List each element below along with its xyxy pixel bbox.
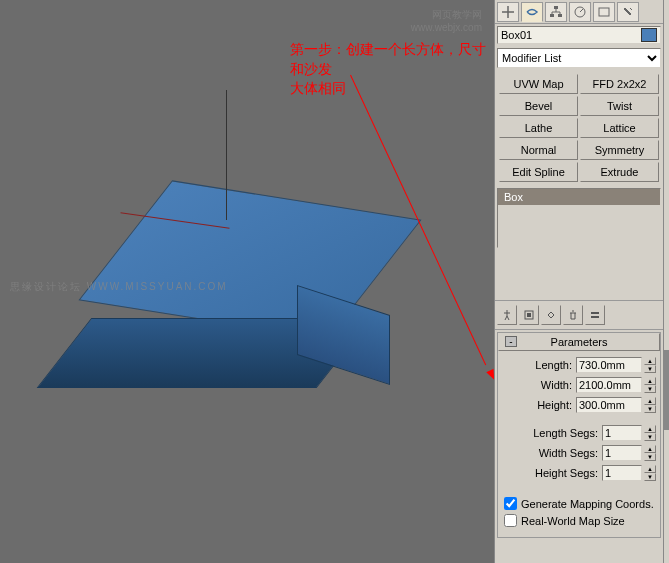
stack-toolbar — [495, 300, 663, 330]
configure-modifier-icon[interactable] — [585, 305, 605, 325]
spinner-up-icon[interactable]: ▲ — [644, 397, 656, 405]
create-tab-icon[interactable] — [497, 2, 519, 22]
spinner-up-icon[interactable]: ▲ — [644, 377, 656, 385]
svg-rect-7 — [591, 312, 599, 314]
svg-rect-6 — [527, 313, 531, 317]
width-segs-spinner[interactable]: ▲ ▼ — [644, 445, 656, 461]
width-segs-label: Width Segs: — [539, 447, 598, 459]
height-label: Height: — [537, 399, 572, 411]
gen-mapping-row: Generate Mapping Coords. — [504, 497, 654, 510]
svg-rect-0 — [554, 6, 558, 9]
length-spinner[interactable]: ▲ ▼ — [644, 357, 656, 373]
modifier-list-dropdown[interactable]: Modifier List — [497, 48, 661, 68]
spinner-down-icon[interactable]: ▼ — [644, 385, 656, 393]
annotation-arrow-head — [486, 369, 494, 381]
parameters-rollout: - Parameters Length: ▲ ▼ Width: ▲ — [497, 332, 661, 538]
viewport-3d[interactable]: 思缘设计论坛 WWW.MISSYUAN.COM 网页教学网 www.webjx.… — [0, 0, 494, 563]
parameters-rollout-body: Length: ▲ ▼ Width: ▲ ▼ Heigh — [498, 351, 660, 537]
length-row: Length: ▲ ▼ — [502, 357, 656, 373]
spinner-down-icon[interactable]: ▼ — [644, 453, 656, 461]
svg-rect-8 — [591, 316, 599, 318]
svg-rect-1 — [550, 14, 554, 17]
pin-stack-icon[interactable] — [497, 305, 517, 325]
watermark-left: 思缘设计论坛 WWW.MISSYUAN.COM — [10, 280, 228, 294]
bevel-button[interactable]: Bevel — [499, 96, 578, 116]
show-end-result-icon[interactable] — [519, 305, 539, 325]
scrollbar-thumb[interactable] — [664, 350, 669, 430]
spinner-up-icon[interactable]: ▲ — [644, 465, 656, 473]
width-segs-row: Width Segs: ▲ ▼ — [502, 445, 656, 461]
object-name-input[interactable] — [497, 26, 661, 44]
modifier-list-wrap: Modifier List — [497, 48, 661, 68]
spinner-up-icon[interactable]: ▲ — [644, 425, 656, 433]
edit-spline-button[interactable]: Edit Spline — [499, 162, 578, 182]
gen-mapping-label: Generate Mapping Coords. — [521, 498, 654, 510]
ffd-button[interactable]: FFD 2x2x2 — [580, 74, 659, 94]
symmetry-button[interactable]: Symmetry — [580, 140, 659, 160]
display-tab-icon[interactable] — [593, 2, 615, 22]
watermark-top: 网页教学网 www.webjx.com — [411, 8, 482, 33]
object-name-row — [497, 26, 661, 44]
modify-tab-icon[interactable] — [521, 2, 543, 22]
parameters-rollout-header[interactable]: - Parameters — [498, 333, 660, 351]
length-segs-label: Length Segs: — [533, 427, 598, 439]
spinner-down-icon[interactable]: ▼ — [644, 473, 656, 481]
width-label: Width: — [541, 379, 572, 391]
length-segs-input[interactable] — [602, 425, 642, 441]
modifier-button-grid: UVW Map FFD 2x2x2 Bevel Twist Lathe Latt… — [495, 70, 663, 186]
real-world-checkbox[interactable] — [504, 514, 517, 527]
height-segs-input[interactable] — [602, 465, 642, 481]
utilities-tab-icon[interactable] — [617, 2, 639, 22]
length-label: Length: — [535, 359, 572, 371]
svg-rect-2 — [558, 14, 562, 17]
length-segs-row: Length Segs: ▲ ▼ — [502, 425, 656, 441]
real-world-row: Real-World Map Size — [504, 514, 654, 527]
command-panel-tabs — [495, 0, 663, 24]
stack-item-box[interactable]: Box — [498, 189, 660, 205]
width-segs-input[interactable] — [602, 445, 642, 461]
height-input[interactable] — [576, 397, 642, 413]
panel-scrollbar[interactable] — [663, 0, 669, 563]
annotation-text: 第一步：创建一个长方体，尺寸和沙发 大体相同 — [290, 40, 494, 99]
extrude-button[interactable]: Extrude — [580, 162, 659, 182]
object-color-swatch[interactable] — [641, 28, 657, 42]
lathe-button[interactable]: Lathe — [499, 118, 578, 138]
normal-button[interactable]: Normal — [499, 140, 578, 160]
real-world-label: Real-World Map Size — [521, 515, 625, 527]
twist-button[interactable]: Twist — [580, 96, 659, 116]
height-segs-spinner[interactable]: ▲ ▼ — [644, 465, 656, 481]
height-row: Height: ▲ ▼ — [502, 397, 656, 413]
svg-rect-4 — [599, 8, 609, 16]
make-unique-icon[interactable] — [541, 305, 561, 325]
spinner-down-icon[interactable]: ▼ — [644, 405, 656, 413]
height-spinner[interactable]: ▲ ▼ — [644, 397, 656, 413]
length-input[interactable] — [576, 357, 642, 373]
modifier-stack[interactable]: Box — [497, 188, 661, 248]
uvw-map-button[interactable]: UVW Map — [499, 74, 578, 94]
remove-modifier-icon[interactable] — [563, 305, 583, 325]
height-segs-label: Height Segs: — [535, 467, 598, 479]
spinner-up-icon[interactable]: ▲ — [644, 445, 656, 453]
width-spinner[interactable]: ▲ ▼ — [644, 377, 656, 393]
gen-mapping-checkbox[interactable] — [504, 497, 517, 510]
spinner-up-icon[interactable]: ▲ — [644, 357, 656, 365]
motion-tab-icon[interactable] — [569, 2, 591, 22]
height-segs-row: Height Segs: ▲ ▼ — [502, 465, 656, 481]
spinner-down-icon[interactable]: ▼ — [644, 433, 656, 441]
rollout-collapse-icon: - — [505, 336, 517, 347]
hierarchy-tab-icon[interactable] — [545, 2, 567, 22]
spinner-down-icon[interactable]: ▼ — [644, 365, 656, 373]
width-input[interactable] — [576, 377, 642, 393]
command-panel: Modifier List UVW Map FFD 2x2x2 Bevel Tw… — [494, 0, 663, 563]
width-row: Width: ▲ ▼ — [502, 377, 656, 393]
axis-z-line — [226, 90, 227, 220]
length-segs-spinner[interactable]: ▲ ▼ — [644, 425, 656, 441]
lattice-button[interactable]: Lattice — [580, 118, 659, 138]
